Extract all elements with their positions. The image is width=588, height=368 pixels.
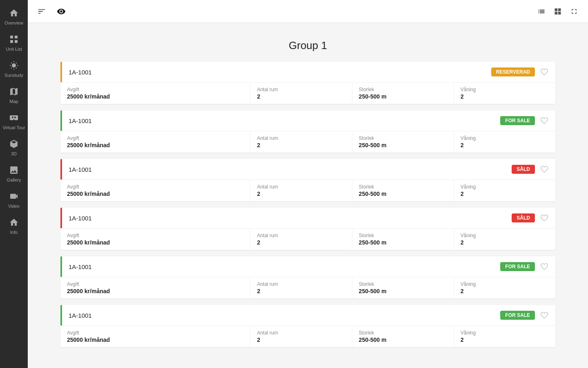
- unit-details: Avgift 25000 kr/månad Antal rum 2 Storle…: [60, 277, 555, 298]
- unit-details: Avgift 25000 kr/månad Antal rum 2 Storle…: [60, 325, 555, 347]
- detail-antal: Antal rum 2: [250, 277, 352, 298]
- unit-card: 1A-1001 SÅLD Avgift 25000 kr/månad Antal…: [60, 208, 555, 250]
- sidebar-item-gallery[interactable]: Gallery: [0, 160, 28, 186]
- unit-details: Avgift 25000 kr/månad Antal rum 2 Storle…: [60, 82, 555, 104]
- status-badge: FOR SALE: [500, 116, 535, 125]
- detail-vaning: Våning 2: [454, 326, 555, 347]
- image-icon: [8, 164, 20, 176]
- unit-name: 1A-1001: [69, 69, 491, 76]
- detail-vaning: Våning 2: [454, 277, 555, 298]
- unit-card: 1A-1001 FOR SALE Avgift 25000 kr/månad A…: [60, 256, 555, 298]
- sidebar-item-video[interactable]: Video: [0, 186, 28, 213]
- home-icon: [8, 7, 20, 19]
- unit-name: 1A-1001: [69, 263, 500, 270]
- sidebar-item-sunstudy[interactable]: Sunstudy: [0, 56, 28, 82]
- detail-storlek: Storlek 250-500 m: [352, 180, 454, 201]
- detail-avgift: Avgift 25000 kr/månad: [60, 131, 250, 153]
- video-icon: [8, 191, 20, 202]
- status-badge: FOR SALE: [500, 311, 535, 320]
- eye-button[interactable]: [54, 4, 69, 19]
- unit-card: 1A-1001 SÅLD Avgift 25000 kr/månad Antal…: [60, 159, 555, 201]
- filter-button[interactable]: [34, 4, 49, 19]
- grid-view-button[interactable]: [550, 4, 565, 19]
- unit-card: 1A-1001 FOR SALE Avgift 25000 kr/månad A…: [60, 110, 555, 153]
- status-badge: RESERVERAD: [491, 67, 535, 76]
- info-icon: [8, 217, 20, 228]
- favorite-button[interactable]: [540, 311, 549, 320]
- unit-details: Avgift 25000 kr/månad Antal rum 2 Storle…: [60, 131, 555, 153]
- unit-header: 1A-1001 FOR SALE: [60, 256, 555, 277]
- toolbar: [28, 0, 588, 23]
- sidebar-item-3d[interactable]: 3D: [0, 134, 28, 160]
- sun-icon: [8, 60, 20, 71]
- unit-header: 1A-1001 SÅLD: [60, 159, 555, 180]
- unit-header: 1A-1001 FOR SALE: [60, 305, 555, 325]
- fullscreen-button[interactable]: [567, 4, 581, 19]
- favorite-button[interactable]: [540, 262, 549, 271]
- sidebar-item-info[interactable]: Info: [0, 213, 28, 239]
- detail-avgift: Avgift 25000 kr/månad: [60, 83, 250, 104]
- unit-name: 1A-1001: [69, 312, 500, 319]
- map-icon: [8, 86, 20, 97]
- vr-icon: [8, 112, 20, 123]
- units-list: 1A-1001 RESERVERAD Avgift 25000 kr/månad…: [60, 62, 555, 347]
- detail-storlek: Storlek 250-500 m: [352, 277, 454, 298]
- unit-card: 1A-1001 RESERVERAD Avgift 25000 kr/månad…: [60, 62, 555, 104]
- unit-details: Avgift 25000 kr/månad Antal rum 2 Storle…: [60, 228, 555, 250]
- detail-avgift: Avgift 25000 kr/månad: [60, 326, 250, 347]
- sidebar-item-unit-list[interactable]: Unit List: [0, 29, 28, 56]
- detail-storlek: Storlek 250-500 m: [352, 229, 454, 250]
- unit-details: Avgift 25000 kr/månad Antal rum 2 Storle…: [60, 180, 555, 201]
- sidebar-item-overview[interactable]: Overview: [0, 3, 28, 29]
- detail-antal: Antal rum 2: [250, 83, 352, 104]
- list-view-button[interactable]: [534, 4, 549, 19]
- detail-storlek: Storlek 250-500 m: [352, 326, 454, 347]
- status-badge: FOR SALE: [500, 262, 535, 271]
- sidebar-item-virtual-tour[interactable]: Virtual Tour: [0, 108, 28, 134]
- unit-name: 1A-1001: [69, 117, 500, 124]
- unit-header: 1A-1001 RESERVERAD: [60, 62, 555, 82]
- unit-header: 1A-1001 SÅLD: [60, 208, 555, 228]
- detail-avgift: Avgift 25000 kr/månad: [60, 180, 250, 201]
- unit-card: 1A-1001 FOR SALE Avgift 25000 kr/månad A…: [60, 305, 555, 347]
- detail-antal: Antal rum 2: [250, 180, 352, 201]
- view-toggle: [534, 4, 581, 19]
- main-content: Group 1 1A-1001 RESERVERAD Avgift 25000 …: [28, 23, 588, 368]
- favorite-button[interactable]: [540, 165, 549, 174]
- cube-icon: [8, 138, 20, 150]
- detail-vaning: Våning 2: [454, 131, 555, 153]
- unit-header: 1A-1001 FOR SALE: [60, 110, 555, 131]
- sidebar: Overview Unit List Sunstudy Map Virtual …: [0, 0, 28, 368]
- detail-vaning: Våning 2: [454, 229, 555, 250]
- status-badge: SÅLD: [512, 165, 535, 174]
- unit-name: 1A-1001: [69, 215, 512, 222]
- unit-name: 1A-1001: [69, 166, 512, 173]
- detail-vaning: Våning 2: [454, 180, 555, 201]
- detail-antal: Antal rum 2: [250, 131, 352, 153]
- favorite-button[interactable]: [540, 67, 549, 76]
- group-title: Group 1: [60, 39, 555, 52]
- sidebar-item-map[interactable]: Map: [0, 82, 28, 108]
- grid-icon: [8, 34, 20, 45]
- detail-antal: Antal rum 2: [250, 326, 352, 347]
- detail-avgift: Avgift 25000 kr/månad: [60, 277, 250, 298]
- detail-storlek: Storlek 250-500 m: [352, 131, 454, 153]
- status-badge: SÅLD: [512, 213, 535, 222]
- detail-antal: Antal rum 2: [250, 229, 352, 250]
- detail-storlek: Storlek 250-500 m: [352, 83, 454, 104]
- favorite-button[interactable]: [540, 116, 549, 125]
- favorite-button[interactable]: [540, 213, 549, 222]
- detail-avgift: Avgift 25000 kr/månad: [60, 229, 250, 250]
- detail-vaning: Våning 2: [454, 83, 555, 104]
